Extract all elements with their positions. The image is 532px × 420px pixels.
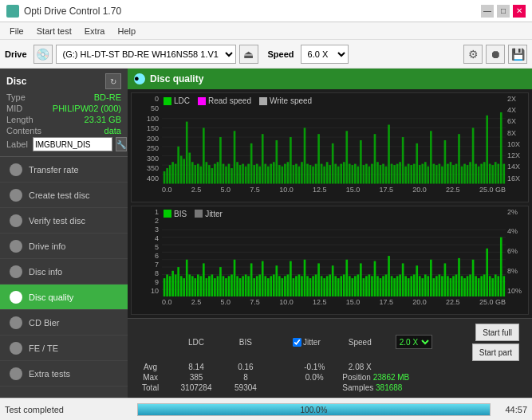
svg-rect-124 xyxy=(489,164,491,184)
svg-rect-257 xyxy=(491,278,494,296)
save-button[interactable]: 💾 xyxy=(508,45,527,64)
write-speed-legend: Write speed xyxy=(259,96,312,105)
sidebar-item-extra-tests[interactable]: Extra tests xyxy=(0,361,128,387)
drive-select[interactable]: (G:) HL-DT-ST BD-RE WH16NS58 1.V1 xyxy=(56,45,236,64)
disc-refresh-button[interactable]: ↻ xyxy=(105,73,121,89)
svg-rect-104 xyxy=(433,164,435,184)
drive-icon-button[interactable]: 💿 xyxy=(33,45,53,64)
svg-rect-213 xyxy=(368,274,371,296)
start-full-button[interactable]: Start full xyxy=(475,324,519,341)
max-ldc: 385 xyxy=(168,372,224,383)
svg-rect-99 xyxy=(419,165,421,183)
svg-rect-49 xyxy=(278,165,281,183)
svg-rect-245 xyxy=(458,257,460,296)
close-button[interactable]: ✕ xyxy=(513,5,526,18)
svg-rect-189 xyxy=(301,276,303,296)
extra-tests-icon xyxy=(10,367,22,380)
svg-rect-152 xyxy=(197,274,199,296)
svg-rect-233 xyxy=(424,274,427,296)
jitter-checkbox[interactable] xyxy=(293,338,301,347)
svg-rect-256 xyxy=(489,276,491,296)
svg-rect-162 xyxy=(225,278,227,296)
svg-rect-261 xyxy=(502,276,505,296)
svg-rect-228 xyxy=(410,276,412,296)
svg-rect-111 xyxy=(452,165,455,183)
svg-rect-77 xyxy=(357,167,360,184)
svg-rect-217 xyxy=(380,278,382,296)
svg-rect-221 xyxy=(391,276,393,296)
svg-rect-76 xyxy=(354,164,357,184)
svg-rect-129 xyxy=(502,164,505,184)
svg-rect-33 xyxy=(234,131,236,183)
svg-rect-202 xyxy=(337,278,340,296)
label-icon-button[interactable]: 🔧 xyxy=(116,137,127,151)
minimize-button[interactable]: — xyxy=(481,5,494,18)
svg-rect-161 xyxy=(223,276,225,296)
svg-rect-55 xyxy=(295,164,298,184)
svg-rect-68 xyxy=(332,143,334,184)
svg-rect-211 xyxy=(363,278,365,296)
svg-rect-34 xyxy=(236,162,238,183)
max-jitter: 0.0% xyxy=(291,372,337,383)
jitter-color xyxy=(195,210,203,218)
svg-rect-120 xyxy=(478,167,480,184)
svg-rect-209 xyxy=(357,274,360,296)
sidebar-item-drive-info[interactable]: Drive info xyxy=(0,234,128,259)
sidebar-item-create-test-disc[interactable]: Create test disc xyxy=(0,183,128,208)
sidebar-item-transfer-rate[interactable]: Transfer rate xyxy=(0,157,128,183)
menu-help[interactable]: Help xyxy=(111,25,142,37)
sidebar-item-cd-bier[interactable]: CD Bier xyxy=(0,310,128,336)
svg-rect-66 xyxy=(326,162,329,183)
svg-rect-155 xyxy=(206,278,208,296)
svg-rect-58 xyxy=(304,128,306,183)
read-speed-legend: Read speed xyxy=(198,96,251,105)
chart1-y-axis-right: 16X 14X 12X 10X 8X 6X 4X 2X xyxy=(506,93,528,184)
svg-rect-203 xyxy=(340,276,342,296)
maximize-button[interactable]: □ xyxy=(497,5,510,18)
svg-rect-16 xyxy=(186,122,188,184)
avg-ldc: 8.14 xyxy=(168,362,224,372)
svg-rect-199 xyxy=(329,274,331,296)
svg-rect-12 xyxy=(175,164,177,184)
svg-rect-75 xyxy=(351,165,353,183)
svg-rect-224 xyxy=(399,274,401,296)
start-part-button[interactable]: Start part xyxy=(472,343,519,361)
record-button[interactable]: ⏺ xyxy=(486,45,505,64)
write-speed-color xyxy=(259,97,267,105)
sidebar-item-fe-te[interactable]: FE / TE xyxy=(0,336,128,361)
menu-extra[interactable]: Extra xyxy=(78,25,112,37)
svg-rect-153 xyxy=(199,276,202,296)
menu-start-test[interactable]: Start test xyxy=(30,25,78,37)
time-display: 44:57 xyxy=(495,405,527,414)
svg-rect-166 xyxy=(236,276,238,296)
svg-rect-179 xyxy=(273,274,275,296)
svg-rect-107 xyxy=(441,167,443,184)
speed-display-select[interactable]: 2.0 X xyxy=(396,335,432,349)
svg-rect-244 xyxy=(455,274,458,296)
svg-rect-117 xyxy=(469,162,471,183)
svg-rect-210 xyxy=(360,263,362,296)
svg-rect-208 xyxy=(354,276,357,296)
chart1-x-axis: 0.0 2.5 5.0 7.5 10.0 12.5 15.0 17.5 20.0… xyxy=(162,184,506,202)
chart2-y-axis-right: 10% 8% 6% 4% 2% xyxy=(506,206,528,297)
svg-rect-206 xyxy=(349,276,351,296)
svg-rect-29 xyxy=(223,164,225,184)
bis-legend: BIS xyxy=(164,210,187,218)
eject-button[interactable]: ⏏ xyxy=(239,45,258,64)
sidebar-item-disc-quality[interactable]: Disc quality xyxy=(0,285,128,310)
settings-button[interactable]: ⚙ xyxy=(463,45,483,64)
svg-rect-116 xyxy=(467,165,469,183)
svg-rect-59 xyxy=(306,164,309,184)
sidebar: Disc ↻ Type BD-RE MID PHILIPW02 (000) Le… xyxy=(0,69,128,398)
sidebar-item-verify-test-disc[interactable]: Verify test disc xyxy=(0,208,128,234)
svg-rect-158 xyxy=(214,278,216,296)
menu-file[interactable]: File xyxy=(3,25,30,37)
sidebar-item-disc-info[interactable]: Disc info xyxy=(0,259,128,285)
disc-label-input[interactable] xyxy=(33,137,112,151)
samples-row: Samples 381688 xyxy=(337,383,445,393)
avg-label: Avg xyxy=(132,362,168,372)
svg-rect-9 xyxy=(166,168,168,183)
svg-rect-259 xyxy=(497,276,499,296)
svg-rect-31 xyxy=(228,164,231,184)
speed-select[interactable]: 6.0 X xyxy=(301,45,349,64)
